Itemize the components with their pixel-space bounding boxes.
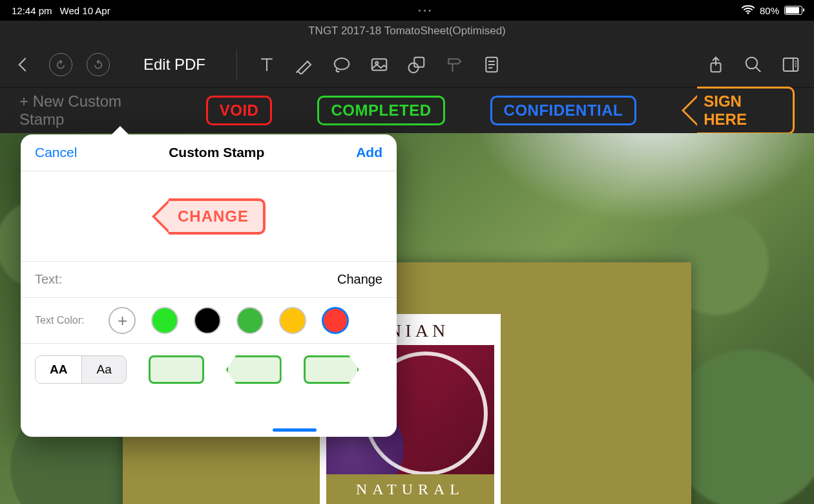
case-upper-option[interactable]: AA: [36, 356, 81, 383]
text-field-row[interactable]: Text: Change: [21, 262, 397, 298]
document-title: TNGT 2017-18 TomatoSheet(Optimised): [0, 21, 814, 41]
share-button[interactable]: [704, 53, 727, 76]
battery-icon: [784, 6, 802, 15]
text-label: Text:: [35, 272, 62, 287]
form-tool-icon[interactable]: [480, 53, 503, 76]
svg-point-5: [409, 63, 419, 72]
color-swatch-green[interactable]: [151, 307, 178, 334]
selected-shape-indicator: [273, 428, 317, 432]
color-swatch-red-selected[interactable]: [322, 307, 349, 334]
svg-rect-13: [784, 58, 798, 71]
add-color-button[interactable]: +: [109, 307, 136, 334]
new-custom-stamp-button[interactable]: + New Custom Stamp: [19, 92, 161, 129]
mode-label[interactable]: Edit PDF: [143, 56, 205, 74]
stamp-confidential[interactable]: CONFIDENTIAL: [490, 96, 637, 125]
back-button[interactable]: [12, 53, 35, 76]
preview-text: CHANGE: [169, 198, 266, 235]
case-segmented-control: AA Aa: [35, 355, 127, 384]
stamp-preview: CHANGE: [21, 171, 397, 262]
search-button[interactable]: [742, 53, 765, 76]
stamp-style-row: AA Aa: [21, 344, 397, 395]
wifi-icon: [742, 5, 755, 17]
status-bar: 12:44 pm Wed 10 Apr ••• 80%: [0, 0, 814, 21]
shape-rect-option[interactable]: [149, 355, 204, 384]
color-swatch-yellow[interactable]: [279, 307, 306, 334]
stamp-void[interactable]: VOID: [206, 96, 273, 125]
color-swatch-darkgreen[interactable]: [236, 307, 264, 334]
popover-title: Custom Stamp: [169, 145, 264, 160]
arrow-left-icon: [682, 95, 697, 126]
text-color-row: Text Color: +: [21, 298, 397, 344]
cancel-button[interactable]: Cancel: [35, 145, 77, 160]
sidebar-toggle-button[interactable]: [779, 53, 802, 76]
main-toolbar: Edit PDF: [0, 41, 814, 88]
shape-arrow-right-option[interactable]: [304, 355, 359, 384]
redo-button[interactable]: [87, 53, 110, 76]
case-mixed-option[interactable]: Aa: [81, 356, 125, 383]
text-tool-icon[interactable]: [255, 53, 278, 76]
logo-bottom-text: NATURAL: [326, 474, 494, 504]
battery-percent: 80%: [760, 5, 779, 16]
stamp-completed[interactable]: COMPLETED: [317, 96, 444, 125]
shape-tool-icon[interactable]: [405, 53, 428, 76]
signpost-tool-icon[interactable]: [443, 53, 466, 76]
status-date: Wed 10 Apr: [60, 5, 110, 16]
arrow-left-icon: [152, 200, 169, 233]
shape-arrow-left-option[interactable]: [226, 355, 282, 384]
svg-point-11: [746, 57, 758, 68]
svg-rect-2: [372, 59, 387, 70]
undo-button[interactable]: [49, 53, 72, 76]
image-tool-icon[interactable]: [368, 53, 391, 76]
svg-rect-4: [414, 57, 424, 67]
highlight-tool-icon[interactable]: [293, 53, 316, 76]
separator: [236, 50, 237, 79]
text-value: Change: [337, 272, 382, 287]
custom-stamp-popover: Cancel Custom Stamp Add CHANGE Text: Cha…: [21, 134, 397, 437]
svg-line-12: [756, 67, 761, 72]
stamp-sign-here[interactable]: SIGN HERE: [682, 87, 795, 134]
multitask-dots[interactable]: •••: [110, 6, 742, 14]
lasso-tool-icon[interactable]: [330, 53, 353, 76]
color-label: Text Color:: [35, 315, 84, 326]
color-swatch-black[interactable]: [194, 307, 221, 334]
svg-point-1: [335, 58, 350, 70]
status-time: 12:44 pm: [12, 5, 52, 16]
add-button[interactable]: Add: [356, 145, 382, 160]
svg-point-0: [747, 12, 749, 14]
